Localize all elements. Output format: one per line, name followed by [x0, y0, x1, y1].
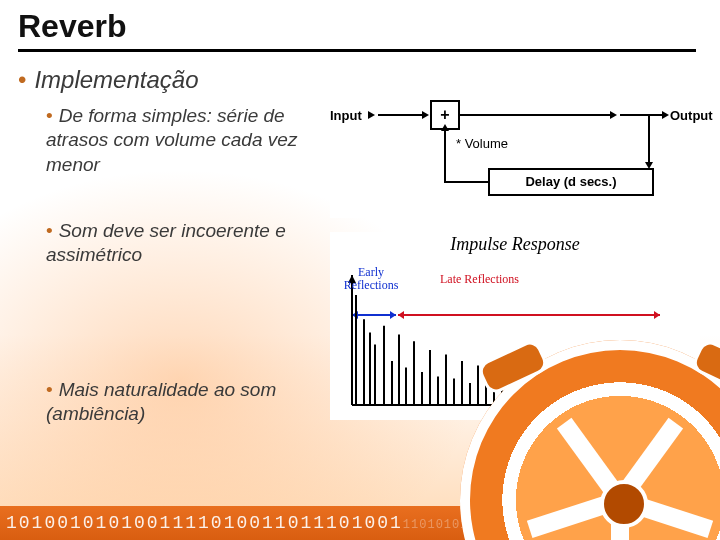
bullet-3: •Mais naturalidade ao som (ambiência): [46, 378, 336, 427]
title-rule: [18, 49, 696, 52]
slide-title: Reverb: [18, 8, 696, 45]
bullet-level1: •Implementação: [18, 66, 696, 94]
bullet-1: •De forma simples: série de atrasos com …: [46, 104, 336, 177]
bullet-2: •Som deve ser incoerente e assimétrico: [46, 219, 336, 268]
